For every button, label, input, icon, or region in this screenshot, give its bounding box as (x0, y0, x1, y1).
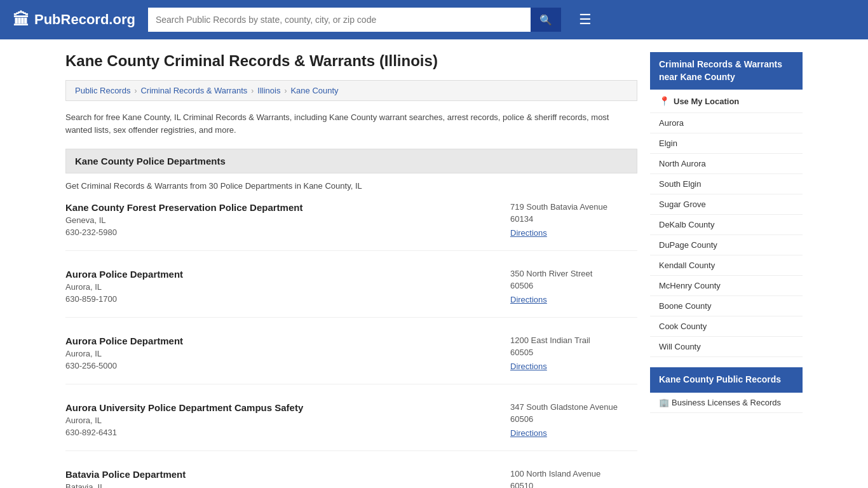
sidebar-nearby-item[interactable]: DuPage County (650, 235, 803, 255)
breadcrumb-link-criminal[interactable]: Criminal Records & Warrants (140, 86, 247, 95)
dept-phone: 630-892-6431 (65, 428, 498, 437)
breadcrumb-link-illinois[interactable]: Illinois (257, 86, 280, 95)
dept-zip: 60510 (510, 481, 637, 488)
breadcrumb-sep-3: › (284, 86, 287, 95)
location-pin-icon: 📍 (659, 96, 670, 106)
logo[interactable]: 🏛 PubRecord.org (13, 10, 135, 30)
sidebar-nearby-items: AuroraElginNorth AuroraSouth ElginSugar … (650, 113, 803, 357)
sidebar-nearby-link[interactable]: DuPage County (659, 240, 717, 250)
search-area: 🔍 (148, 8, 561, 32)
dept-city: Aurora, IL (65, 349, 498, 358)
sidebar-nearby-link[interactable]: Cook County (659, 322, 707, 331)
sidebar-nearby-item[interactable]: Sugar Grove (650, 194, 803, 215)
breadcrumb-sep-1: › (134, 86, 137, 95)
dept-city: Batavia, IL (65, 482, 498, 488)
sidebar-nearby-section: Criminal Records & Warrants near Kane Co… (650, 52, 803, 357)
breadcrumb: Public Records › Criminal Records & Warr… (65, 80, 637, 101)
sidebar-nearby-link[interactable]: Boone County (659, 301, 711, 311)
sidebar-nearby-link[interactable]: McHenry County (659, 281, 721, 290)
search-icon: 🔍 (539, 15, 552, 25)
sidebar-nearby-link[interactable]: South Elgin (659, 179, 702, 189)
sidebar-nearby-link[interactable]: DeKalb County (659, 220, 714, 229)
dept-street: 100 North Island Avenue (510, 469, 637, 478)
dept-street: 719 South Batavia Avenue (510, 202, 637, 212)
menu-icon: ☰ (579, 11, 592, 27)
dept-street: 350 North River Street (510, 269, 637, 278)
page-description: Search for free Kane County, IL Criminal… (65, 111, 637, 136)
dept-zip: 60505 (510, 348, 637, 357)
breadcrumb-link-kane[interactable]: Kane County (290, 86, 338, 95)
logo-icon: 🏛 (13, 10, 29, 30)
dept-street: 1200 East Indian Trail (510, 336, 637, 345)
sidebar-nearby-header: Criminal Records & Warrants near Kane Co… (650, 52, 803, 90)
dept-info: Aurora University Police Department Camp… (65, 402, 498, 438)
sidebar-nearby-item[interactable]: McHenry County (650, 276, 803, 296)
sidebar-nearby-item[interactable]: Will County (650, 337, 803, 357)
sidebar-nearby-item[interactable]: Cook County (650, 316, 803, 337)
department-list: Kane County Forest Preservation Police D… (65, 202, 637, 488)
sidebar-public-records-section: Kane County Public Records 🏢Business Lic… (650, 367, 803, 413)
dept-name: Aurora University Police Department Camp… (65, 402, 498, 413)
logo-text: PubRecord.org (34, 11, 135, 28)
breadcrumb-link-public-records[interactable]: Public Records (75, 86, 130, 95)
department-entry: Aurora University Police Department Camp… (65, 402, 637, 451)
sidebar-nearby-link[interactable]: Elgin (659, 139, 677, 148)
search-input[interactable] (148, 8, 531, 32)
department-entry: Aurora Police Department Aurora, IL 630-… (65, 269, 637, 318)
dept-address: 347 South Gladstone Avenue 60506 Directi… (510, 402, 637, 438)
dept-name: Aurora Police Department (65, 336, 498, 346)
directions-link[interactable]: Directions (510, 362, 547, 371)
directions-link[interactable]: Directions (510, 428, 547, 438)
sidebar-nearby-item[interactable]: DeKalb County (650, 215, 803, 235)
sidebar-nearby-item[interactable]: Kendall County (650, 255, 803, 276)
directions-link[interactable]: Directions (510, 228, 547, 238)
department-entry: Batavia Police Department Batavia, IL 63… (65, 469, 637, 488)
dept-city: Geneva, IL (65, 215, 498, 225)
department-entry: Aurora Police Department Aurora, IL 630-… (65, 336, 637, 384)
sidebar-nearby-item[interactable]: Aurora (650, 113, 803, 133)
sidebar-nearby-item[interactable]: South Elgin (650, 174, 803, 194)
sidebar-nearby-item[interactable]: North Aurora (650, 154, 803, 174)
dept-info: Batavia Police Department Batavia, IL 63… (65, 469, 498, 488)
site-header: 🏛 PubRecord.org 🔍 ☰ (0, 0, 868, 39)
sidebar-public-records-items: 🏢Business Licenses & Records (650, 393, 803, 413)
dept-address: 100 North Island Avenue 60510 Directions (510, 469, 637, 488)
dept-info: Kane County Forest Preservation Police D… (65, 202, 498, 238)
police-section-header: Kane County Police Departments (65, 149, 637, 173)
sidebar-nearby-item[interactable]: Elgin (650, 133, 803, 154)
sidebar-public-records-link[interactable]: Business Licenses & Records (672, 398, 781, 407)
building-icon: 🏢 (659, 398, 669, 407)
dept-name: Batavia Police Department (65, 469, 498, 480)
dept-city: Aurora, IL (65, 282, 498, 292)
sidebar-nearby-link[interactable]: Kendall County (659, 261, 715, 270)
dept-phone: 630-859-1700 (65, 294, 498, 304)
directions-link[interactable]: Directions (510, 295, 547, 304)
dept-city: Aurora, IL (65, 416, 498, 425)
dept-zip: 60506 (510, 414, 637, 424)
main-content: Kane County Criminal Records & Warrants … (65, 52, 637, 488)
sidebar-nearby-link[interactable]: Aurora (659, 118, 684, 128)
dept-address: 350 North River Street 60506 Directions (510, 269, 637, 304)
dept-info: Aurora Police Department Aurora, IL 630-… (65, 269, 498, 304)
sidebar-use-location[interactable]: 📍 Use My Location (650, 90, 803, 113)
page-title: Kane County Criminal Records & Warrants … (65, 52, 637, 70)
menu-button[interactable]: ☰ (579, 11, 592, 28)
dept-address: 1200 East Indian Trail 60505 Directions (510, 336, 637, 371)
dept-phone: 630-232-5980 (65, 227, 498, 237)
page-container: Kane County Criminal Records & Warrants … (53, 39, 815, 488)
search-button[interactable]: 🔍 (531, 8, 561, 32)
breadcrumb-sep-2: › (251, 86, 254, 95)
sidebar-nearby-item[interactable]: Boone County (650, 296, 803, 316)
dept-info: Aurora Police Department Aurora, IL 630-… (65, 336, 498, 371)
sidebar: Criminal Records & Warrants near Kane Co… (650, 52, 803, 488)
use-location-text: Use My Location (674, 97, 739, 106)
sidebar-public-records-item[interactable]: 🏢Business Licenses & Records (650, 393, 803, 413)
sidebar-public-records-header: Kane County Public Records (650, 367, 803, 393)
police-section-subtext: Get Criminal Records & Warrants from 30 … (65, 181, 637, 191)
sidebar-nearby-link[interactable]: Sugar Grove (659, 200, 706, 209)
dept-name: Aurora Police Department (65, 269, 498, 280)
dept-street: 347 South Gladstone Avenue (510, 402, 637, 412)
sidebar-nearby-link[interactable]: North Aurora (659, 159, 706, 168)
sidebar-nearby-link[interactable]: Will County (659, 342, 701, 351)
dept-zip: 60134 (510, 214, 637, 224)
